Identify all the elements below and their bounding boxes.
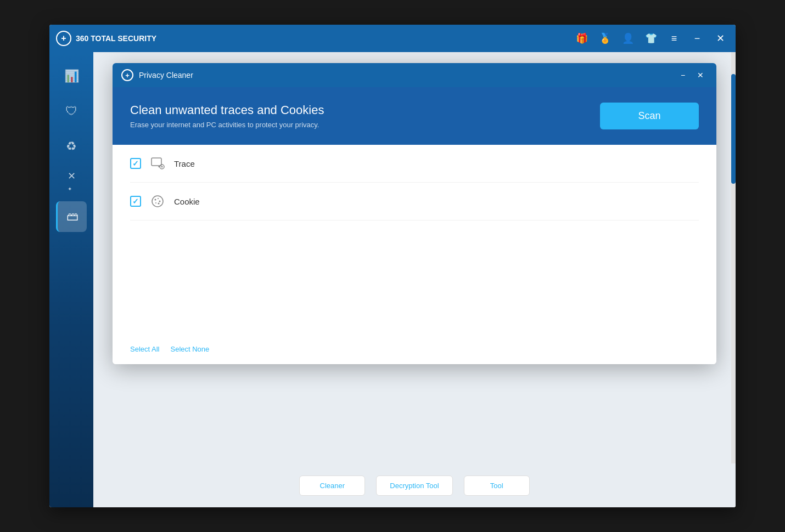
modal-overlay: + Privacy Cleaner − ✕ Clean unwanted tra… [93,52,736,507]
trace-check-icon: ✓ [132,159,139,168]
app-title: 360 TOTAL SECURITY [76,34,156,43]
title-bar: + 360 TOTAL SECURITY 🎁 🏅 👤 👕 ≡ − ✕ [49,25,736,52]
list-item-trace: ✓ Trace [130,145,699,183]
trace-checkbox[interactable]: ✓ [130,158,141,169]
logo-circle-icon: + [56,31,71,46]
modal-title-actions: − ✕ [676,68,708,82]
modal-header-text: Clean unwanted traces and Cookies Erase … [130,103,324,129]
sidebar-item-monitor[interactable]: 📊 [56,61,87,92]
svg-point-5 [155,199,156,201]
list-item-cookie: ✓ [130,183,699,220]
sidebar-item-speedup[interactable]: ✕✦ [56,166,87,197]
app-logo: + 360 TOTAL SECURITY [56,31,573,46]
monitor-icon: 📊 [64,69,79,83]
svg-point-6 [158,198,159,199]
modal-minimize-button[interactable]: − [676,68,690,82]
modal-title: Privacy Cleaner [139,71,670,80]
svg-point-4 [152,196,163,207]
svg-point-3 [161,166,163,168]
cookie-check-icon: ✓ [132,197,139,206]
modal-body: ✓ Trace [113,145,716,364]
right-panel: + Privacy Cleaner − ✕ Clean unwanted tra… [93,52,736,507]
svg-rect-0 [152,158,161,166]
sidebar-item-clean[interactable]: ♻ [56,131,87,162]
medal-icon[interactable]: 🏅 [596,30,614,47]
user-icon[interactable]: 👤 [619,30,637,47]
scrollbar-thumb[interactable] [731,74,736,184]
clean-icon: ♻ [66,139,77,154]
sidebar: 📊 🛡 ♻ ✕✦ 🗃 [49,52,93,507]
close-button[interactable]: ✕ [711,30,729,47]
svg-point-9 [158,203,160,205]
right-scrollbar [731,52,736,507]
modal-close-button[interactable]: ✕ [693,68,708,82]
toolbox-icon: 🗃 [66,210,78,224]
cleaner-toolbar-btn[interactable]: Cleaner [299,476,365,496]
cookie-icon [149,193,166,210]
select-all-link[interactable]: Select All [130,345,159,353]
select-none-link[interactable]: Select None [170,345,209,353]
modal-footer: Select All Select None [113,334,716,364]
gift-icon[interactable]: 🎁 [573,30,591,47]
modal-heading: Clean unwanted traces and Cookies [130,103,324,117]
sidebar-item-shield[interactable]: 🛡 [56,96,87,127]
privacy-cleaner-modal: + Privacy Cleaner − ✕ Clean unwanted tra… [113,63,716,364]
scan-button[interactable]: Scan [600,103,699,129]
app-window: + 360 TOTAL SECURITY 🎁 🏅 👤 👕 ≡ − ✕ 📊 [49,25,736,507]
minimize-button[interactable]: − [688,30,706,47]
speedup-icon: ✕✦ [68,170,76,194]
shirt-icon[interactable]: 👕 [642,30,660,47]
sidebar-item-toolbox[interactable]: 🗃 [56,201,87,232]
trace-label: Trace [174,159,195,168]
trace-icon [149,155,166,172]
title-bar-actions: 🎁 🏅 👤 👕 ≡ − ✕ [573,30,729,47]
modal-subtext: Erase your internet and PC activities to… [130,121,324,129]
cookie-checkbox[interactable]: ✓ [130,196,141,207]
svg-point-8 [155,202,156,203]
items-list: ✓ Trace [113,145,716,334]
modal-title-bar: + Privacy Cleaner − ✕ [113,63,716,87]
tool-toolbar-btn[interactable]: Tool [464,476,530,496]
modal-header: Clean unwanted traces and Cookies Erase … [113,87,716,145]
shield-icon: 🛡 [65,104,77,118]
hamburger-menu[interactable]: ≡ [665,30,683,47]
svg-point-7 [159,201,161,202]
cookie-label: Cookie [174,197,200,206]
decryption-toolbar-btn[interactable]: Decryption Tool [376,476,452,496]
modal-logo-icon: + [121,69,133,81]
main-content: 📊 🛡 ♻ ✕✦ 🗃 + [49,52,736,507]
bottom-toolbar: Cleaner Decryption Tool Tool [93,463,736,507]
